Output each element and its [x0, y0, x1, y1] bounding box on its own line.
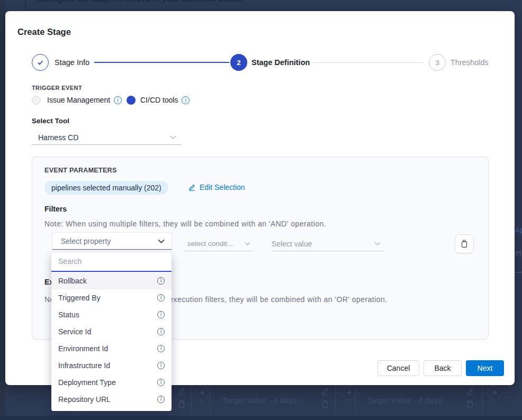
- back-button-label: Back: [434, 364, 451, 372]
- background-bottom-strip: [0, 416, 522, 420]
- info-icon[interactable]: [157, 345, 165, 352]
- dropdown-item-label: Infrastructure Id: [58, 361, 110, 370]
- dropdown-item-service-id[interactable]: Service Id: [51, 323, 172, 340]
- check-icon: [36, 58, 44, 67]
- trash-icon: [321, 400, 329, 410]
- modal-title: Create Stage: [17, 27, 71, 37]
- step-stage-info-label[interactable]: Stage Info: [55, 54, 89, 71]
- trash-icon: [466, 400, 474, 410]
- stepper-connector: [313, 62, 424, 63]
- background-divider: [25, 0, 26, 12]
- select-property-placeholder: Select property: [61, 237, 111, 245]
- cancel-button[interactable]: Cancel: [377, 360, 419, 376]
- dropdown-item-deployment-type[interactable]: Deployment Type: [51, 374, 172, 391]
- next-button-label: Next: [478, 364, 493, 372]
- step-stage-definition-label[interactable]: Stage Definition: [251, 54, 310, 71]
- background-heading: Configure the stages involved in your wo…: [37, 0, 242, 3]
- dropdown-item-label: Triggered By: [58, 294, 101, 302]
- dropdown-item-infrastructure-id[interactable]: Infrastructure Id: [51, 357, 172, 374]
- connector-dash: [502, 392, 507, 393]
- radio-issue-management-label[interactable]: Issue Management: [47, 96, 110, 105]
- info-icon[interactable]: [182, 96, 190, 104]
- background-fragment: [515, 272, 521, 273]
- info-icon[interactable]: [157, 328, 165, 335]
- info-icon[interactable]: [157, 311, 165, 318]
- select-value-dropdown[interactable]: Select value: [272, 236, 385, 251]
- chevron-down-icon: [374, 242, 381, 245]
- trigger-event-label: TRIGGER EVENT: [32, 85, 82, 91]
- dropdown-list: RollbackTriggered ByStatusService IdEnvi…: [51, 272, 172, 408]
- chevron-down-icon: [170, 135, 176, 139]
- dropdown-item-label: Service Id: [58, 327, 91, 336]
- dropdown-item-label: Environment Id: [58, 344, 108, 353]
- property-dropdown-menu: Search RollbackTriggered ByStatusService…: [51, 252, 172, 411]
- dropdown-item-rollback[interactable]: Rollback: [51, 272, 172, 289]
- pipelines-chip: pipelines selected manually (202): [44, 181, 168, 195]
- select-condition-placeholder: select condit...: [187, 240, 233, 248]
- edit-selection-label: Edit Selection: [200, 183, 245, 191]
- info-icon[interactable]: [157, 396, 165, 403]
- page: Configure the stages involved in your wo…: [0, 0, 522, 420]
- step-stage-definition-circle[interactable]: 2: [230, 54, 247, 71]
- next-button[interactable]: Next: [466, 360, 504, 376]
- chevron-down-icon: [158, 239, 165, 243]
- info-icon[interactable]: [114, 96, 122, 104]
- step-thresholds-label[interactable]: Thresholds: [451, 54, 489, 71]
- edit-selection-link[interactable]: Edit Selection: [188, 183, 245, 191]
- connector-dash: [336, 392, 341, 393]
- dropdown-item-triggered-by[interactable]: Triggered By: [51, 289, 172, 306]
- dropdown-item-environment-id[interactable]: Environment Id: [51, 340, 172, 357]
- background-fragment: Ap: [515, 226, 522, 234]
- add-stage-button: [487, 386, 502, 400]
- edit-icon: [188, 184, 196, 191]
- select-condition-dropdown[interactable]: select condit...: [184, 236, 254, 251]
- info-icon[interactable]: [157, 379, 165, 386]
- dropdown-item-status[interactable]: Status: [51, 306, 172, 323]
- step-thresholds-circle[interactable]: 3: [429, 54, 446, 71]
- select-tool-value: Harness CD: [38, 133, 78, 142]
- search-input[interactable]: Search: [58, 252, 82, 271]
- select-tool-label: Select Tool: [32, 117, 69, 125]
- info-icon[interactable]: [157, 277, 165, 285]
- event-parameters-title: EVENT PARAMETERS: [44, 167, 117, 174]
- dropdown-item-label: Deployment Type: [58, 378, 116, 387]
- step-number: 2: [237, 59, 241, 67]
- trash-icon: [178, 400, 185, 410]
- cancel-button-label: Cancel: [387, 364, 410, 372]
- info-icon[interactable]: [157, 294, 165, 302]
- dropdown-item-label: Repository URL: [58, 395, 111, 404]
- background-card-label: Target Value - 4 days: [222, 396, 297, 405]
- radio-issue-management[interactable]: [32, 96, 41, 105]
- connector-dash: [189, 392, 194, 393]
- dropdown-item-label: Rollback: [58, 277, 87, 285]
- dropdown-item-repository-url[interactable]: Repository URL: [51, 391, 172, 408]
- edit-icon: [466, 387, 474, 397]
- filters-title: Filters: [44, 205, 67, 213]
- radio-cicd-tools[interactable]: [127, 96, 136, 105]
- background-card-label: Target Value - 4 days: [367, 396, 442, 405]
- select-tool-dropdown[interactable]: Harness CD: [32, 130, 182, 145]
- step-stage-info-circle[interactable]: [32, 54, 49, 71]
- step-number: 3: [435, 59, 439, 67]
- info-icon[interactable]: [157, 362, 165, 369]
- filters-note: Note: When using multiple filters, they …: [44, 220, 326, 228]
- create-stage-modal: Create Stage Stage Info 2 Stage Definiti…: [5, 11, 515, 385]
- select-property-dropdown[interactable]: Select property: [52, 232, 172, 250]
- search-underline: [51, 271, 172, 272]
- dropdown-item-label: Status: [58, 311, 79, 319]
- edit-icon: [321, 387, 329, 397]
- trash-icon: [461, 240, 468, 248]
- add-stage-button: [195, 386, 210, 400]
- chevron-down-icon: [245, 242, 250, 245]
- delete-filter-button[interactable]: [455, 234, 474, 253]
- stepper-connector: [94, 62, 229, 63]
- radio-cicd-tools-label[interactable]: CI/CD tools: [140, 96, 178, 105]
- back-button[interactable]: Back: [424, 360, 462, 376]
- edit-icon: [178, 387, 186, 397]
- background-fragment: et: [515, 249, 521, 257]
- select-value-placeholder: Select value: [272, 240, 312, 248]
- connector-dash: [481, 392, 486, 393]
- background-left-strip: [0, 0, 5, 420]
